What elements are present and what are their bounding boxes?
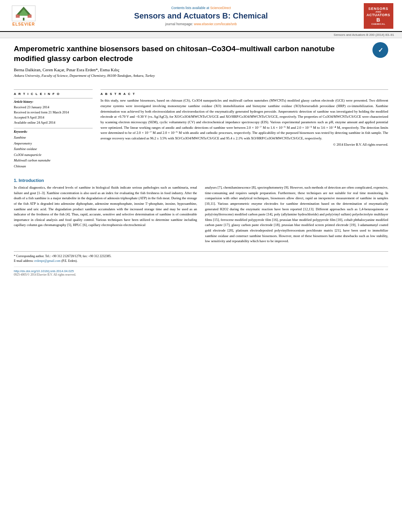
received-revised-date: Received in revised form 21 March 2014 xyxy=(14,110,93,115)
available-date: Available online 24 April 2014 xyxy=(14,120,93,125)
journal-homepage: journal homepage: www.elsevier.com/locat… xyxy=(47,22,355,26)
footnote-email: E-mail address: erdenpe@gmail.com (P.E. … xyxy=(14,259,388,263)
footnote-section: * Corresponding author. Tel.: +90 312 21… xyxy=(14,251,388,276)
authors: Berna Dalkiran, Ceren Kaçar, Pınar Esra … xyxy=(14,67,367,72)
crossmark-icon: ✓ xyxy=(372,42,388,58)
body-col-right: analyses [7], chemiluminescence [8], spe… xyxy=(205,185,388,247)
elsevier-tree-svg xyxy=(13,6,35,21)
doi-bar: http://dx.doi.org/10.1016/j.snb.2014.04.… xyxy=(14,267,388,276)
sensors-actuators-logo: SENSORS and ACTUATORS B CHEMICAL xyxy=(363,3,394,29)
journal-header: ELSEVIER Contents lists available at Sci… xyxy=(0,0,402,32)
article-title-section: Amperometric xanthine biosensors based o… xyxy=(14,44,388,85)
keyword-5: Multiwall carbon nanotube xyxy=(14,158,93,163)
journal-title: Sensors and Actuators B: Chemical xyxy=(47,11,355,20)
history-label: Article history: xyxy=(14,100,93,104)
body-section: 1. Introduction In clinical diagnostics,… xyxy=(14,178,388,247)
issn-text: 0925-4005/© 2014 Elsevier B.V. All right… xyxy=(14,273,388,276)
abstract-column: A B S T R A C T In this study, new xanth… xyxy=(100,89,388,172)
history-block: Article history: Received 23 January 201… xyxy=(14,98,93,125)
doi-link[interactable]: http://dx.doi.org/10.1016/j.snb.2014.04.… xyxy=(14,269,388,273)
article-info-abstract-row: A R T I C L E I N F O Article history: R… xyxy=(14,89,388,172)
abstract-text: In this study, new xanthine biosensors, … xyxy=(100,98,388,141)
keyword-2: Amperometry xyxy=(14,141,93,146)
accepted-date: Accepted 9 April 2014 xyxy=(14,115,93,120)
keywords-label: Keywords: xyxy=(14,130,93,133)
abstract-section: A B S T R A C T In this study, new xanth… xyxy=(100,89,388,146)
citation-bar: Sensors and Actuators B 200 (2014) 83–91 xyxy=(0,32,402,38)
keyword-3: Xanthine oxidase xyxy=(14,146,93,152)
header-center: Contents lists available at ScienceDirec… xyxy=(39,6,363,26)
keyword-4: Co3O4 nanoparticle xyxy=(14,152,93,158)
svg-rect-4 xyxy=(28,15,32,18)
elsevier-logo-image xyxy=(12,6,35,21)
keywords-block: Keywords: Xanthine Amperometry Xanthine … xyxy=(14,128,93,169)
sciencedirect-anchor[interactable]: ScienceDirect xyxy=(210,6,231,10)
sensors-logo-box: SENSORS and ACTUATORS B CHEMICAL xyxy=(364,3,393,29)
svg-text:✓: ✓ xyxy=(378,47,383,54)
journal-url[interactable]: www.elsevier.com/locate/snb xyxy=(194,22,237,26)
article-info-header: A R T I C L E I N F O xyxy=(14,92,93,96)
page: ELSEVIER Contents lists available at Sci… xyxy=(0,0,402,532)
affiliation: Ankara University, Faculty of Science, D… xyxy=(14,74,367,78)
svg-rect-3 xyxy=(16,15,20,18)
main-content: Amperometric xanthine biosensors based o… xyxy=(0,38,402,284)
body-two-col: In clinical diagnostics, the elevated le… xyxy=(14,185,388,247)
sciencedirect-link: Contents lists available at ScienceDirec… xyxy=(47,6,355,10)
footnote-corresponding: * Corresponding author. Tel.: +90 312 21… xyxy=(14,254,388,259)
keyword-1: Xanthine xyxy=(14,135,93,140)
received-date: Received 23 January 2014 xyxy=(14,105,93,110)
abstract-header: A B S T R A C T xyxy=(100,92,388,96)
body-col-left: In clinical diagnostics, the elevated le… xyxy=(14,185,197,247)
intro-section-title: 1. Introduction xyxy=(14,178,388,183)
elsevier-logo: ELSEVIER xyxy=(8,6,39,26)
keywords-list: Xanthine Amperometry Xanthine oxidase Co… xyxy=(14,135,93,169)
intro-text-col1: In clinical diagnostics, the elevated le… xyxy=(14,185,197,228)
article-info-box: A R T I C L E I N F O Article history: R… xyxy=(14,89,93,169)
svg-rect-0 xyxy=(23,18,24,20)
keyword-6: Chitosan xyxy=(14,163,93,169)
crossmark: ✓ xyxy=(372,42,388,58)
article-info-column: A R T I C L E I N F O Article history: R… xyxy=(14,89,93,172)
intro-text-col2: analyses [7], chemiluminescence [8], spe… xyxy=(205,185,388,244)
abstract-copyright: © 2014 Elsevier B.V. All rights reserved… xyxy=(100,143,388,146)
elsevier-wordmark: ELSEVIER xyxy=(12,22,35,26)
article-title: Amperometric xanthine biosensors based o… xyxy=(14,44,367,63)
